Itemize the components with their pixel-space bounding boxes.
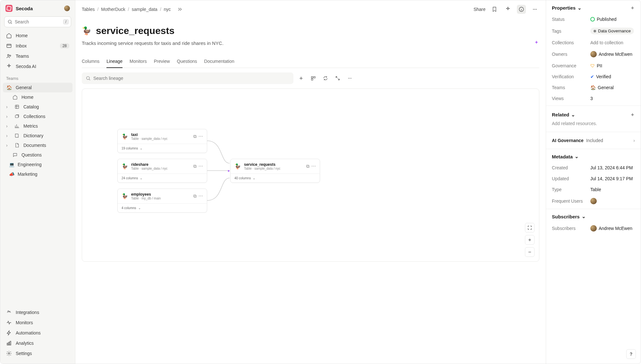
chevron-down-icon[interactable]: ⌄ [140,176,142,180]
copy-icon[interactable]: ⧉ [193,193,197,199]
chevron-down-icon: ⌄ [571,112,575,118]
crumb-sample-data[interactable]: sample_data [132,7,157,12]
lineage-node-service-requests[interactable]: 🦆 service_requestsTable · sample_data / … [230,159,320,183]
subscribers-value[interactable]: Andrew McEwen [590,225,635,232]
subscribers-header[interactable]: Subscribers⌄ [552,214,635,219]
nav-integrations[interactable]: Integrations [3,307,72,317]
team-engineering[interactable]: 💻 Engineering [3,160,72,169]
nav-analytics[interactable]: Analytics [3,338,72,348]
owners-value[interactable]: Andrew McEwen [590,51,635,57]
more-icon[interactable] [530,5,539,14]
type-label: Type [552,187,590,192]
nav-ai[interactable]: Secoda AI [3,61,72,72]
expand-icon[interactable] [333,74,342,83]
metadata-header[interactable]: Metadata⌄ [552,154,635,159]
tab-columns[interactable]: Columns [82,55,99,68]
chevron-down-icon[interactable]: ⌄ [140,147,142,150]
search-icon [7,19,13,24]
nav-monitors[interactable]: Monitors [3,317,72,328]
collapse-panel-icon[interactable] [175,5,184,14]
search-box: / [4,16,71,27]
team-collections[interactable]: › Collections [3,112,72,121]
properties-header[interactable]: Properties ⌄ ＋ [552,5,635,11]
more-icon[interactable]: ⋯ [311,164,316,169]
crumb-tables[interactable]: Tables [82,7,95,12]
tab-documentation[interactable]: Documentation [204,55,234,68]
team-metrics[interactable]: › Metrics [3,121,72,131]
collections-empty[interactable]: Add to collection [590,40,635,45]
svg-point-13 [535,9,535,10]
tab-preview[interactable]: Preview [154,55,170,68]
add-related-icon[interactable]: ＋ [630,112,635,118]
tab-lineage[interactable]: Lineage [106,55,122,68]
fullscreen-icon[interactable] [525,223,535,233]
teams-value[interactable]: 🏠General [590,85,635,90]
refresh-icon[interactable] [321,74,330,83]
topbar: Tables / MotherDuck / sample_data / nyc … [75,0,546,18]
related-header[interactable]: Related⌄ ＋ [546,106,641,121]
nav-inbox[interactable]: Inbox 28 [3,41,72,51]
chevron-down-icon: ⌄ [578,5,582,11]
chevron-down-icon[interactable]: ⌄ [253,176,255,180]
share-button[interactable]: Share [474,7,485,12]
more-icon[interactable] [345,74,354,83]
svg-point-14 [536,9,536,10]
nav-automations[interactable]: Automations [3,328,72,338]
lineage-search-input[interactable] [82,72,293,84]
status-value[interactable]: Published [590,17,635,22]
team-documents[interactable]: › Documents [3,140,72,150]
copy-icon[interactable]: ⧉ [193,134,197,139]
copy-icon[interactable]: ⧉ [306,164,309,169]
governance-value[interactable]: 🛡PII [590,63,635,68]
copy-icon[interactable]: ⧉ [193,164,197,169]
lineage-node-taxi[interactable]: 🦆 taxiTable · sample_data / nyc ⧉⋯ 19 co… [117,129,207,153]
bookmark-icon[interactable] [490,5,499,14]
user-avatar[interactable] [64,5,70,11]
tab-questions[interactable]: Questions [177,55,197,68]
lineage-node-rideshare[interactable]: 🦆 rideshareTable · sample_data / nyc ⧉⋯ … [117,159,207,183]
svg-point-21 [350,78,350,79]
verification-value[interactable]: ✔Verified [590,74,635,79]
brand[interactable]: Secoda [5,5,33,12]
help-button[interactable]: ? [626,349,636,359]
more-icon[interactable]: ⋯ [198,134,203,139]
updated-label: Updated [552,176,590,181]
team-catalog[interactable]: › Catalog [3,102,72,112]
related-empty[interactable]: Add related resources. [546,121,641,132]
crumb-motherduck[interactable]: MotherDuck [101,7,125,12]
team-general[interactable]: 🏠 General [3,83,72,92]
crumb-nyc[interactable]: nyc [164,7,171,12]
add-property-icon[interactable]: ＋ [630,5,635,11]
more-icon[interactable]: ⋯ [198,193,203,199]
nav-teams[interactable]: Teams [3,51,72,61]
search-input[interactable] [4,16,71,27]
lineage-canvas[interactable]: 🦆 taxiTable · sample_data / nyc ⧉⋯ 19 co… [82,89,539,262]
add-node-icon[interactable] [297,74,306,83]
team-general-home[interactable]: Home [3,92,72,102]
team-questions[interactable]: Questions [3,150,72,160]
layout-icon[interactable] [309,74,318,83]
tab-monitors[interactable]: Monitors [130,55,147,68]
sparkle-icon[interactable] [503,5,512,14]
zoom-in-icon[interactable] [525,235,535,245]
verification-label: Verification [552,74,590,79]
ai-sparkle-icon[interactable] [534,40,539,46]
type-value: Table [590,187,635,192]
chevron-down-icon[interactable]: ⌄ [138,206,141,210]
tags-value[interactable]: Data Governance [590,28,635,34]
nav-home[interactable]: Home [3,30,72,41]
lineage-node-employees[interactable]: 🦆 employeesTable · my_db / main ⧉⋯ 4 col… [117,189,207,213]
team-dictionary[interactable]: › Dictionary [3,131,72,140]
page-title: service_requests [96,25,174,36]
more-icon[interactable]: ⋯ [198,164,203,169]
team-marketing[interactable]: 📣 Marketing [3,169,72,179]
nav-settings[interactable]: Settings [3,348,72,359]
zoom-out-icon[interactable] [525,247,535,257]
svg-rect-18 [314,77,315,78]
info-icon[interactable] [517,5,526,14]
owner-avatar [590,51,597,57]
ai-governance-row[interactable]: AI Governance Included › [546,132,641,149]
house-icon: 🏠 [590,85,596,90]
frequent-users-value[interactable] [590,198,635,204]
svg-point-10 [8,353,10,354]
